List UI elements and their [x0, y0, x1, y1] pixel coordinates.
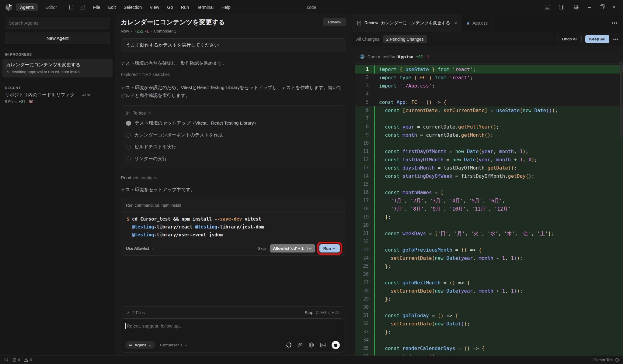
new-agent-button[interactable]: New Agent: [5, 32, 110, 44]
search-agents-input[interactable]: Search Agents: [5, 17, 110, 29]
toggle-panel-icon[interactable]: [80, 5, 85, 9]
skip-button[interactable]: Skip: [258, 246, 266, 251]
toggle-sidebar-icon[interactable]: [68, 5, 73, 9]
problems-errors[interactable]: 0: [12, 358, 20, 362]
code-line[interactable]: 35 const renderCalendarDays = () => {: [355, 344, 623, 352]
code-line[interactable]: 17 '1月', '2月', '3月', '4月', '5月', '6月',: [355, 197, 623, 205]
code-line[interactable]: 34: [355, 336, 623, 344]
menu-file[interactable]: File: [89, 4, 104, 11]
cursor-tab-toggle[interactable]: Cursor Tab: [593, 358, 619, 362]
more-actions-icon[interactable]: •••: [613, 36, 619, 42]
code-line[interactable]: 9 const month = currentDate.getMonth();: [355, 131, 623, 139]
code-line[interactable]: 27 const goToNextMonth = () => {: [355, 279, 623, 287]
todos-header[interactable]: To-dos 4: [126, 109, 341, 117]
tab-agents[interactable]: Agents: [16, 3, 38, 11]
code-line[interactable]: 29 };: [355, 295, 623, 303]
code-line[interactable]: 20: [355, 221, 623, 229]
code-line[interactable]: 21 const weekDays = ['日', '月', '火', '水',…: [355, 229, 623, 238]
stop-generation-button[interactable]: [332, 341, 340, 349]
menu-edit[interactable]: Edit: [104, 4, 120, 11]
use-allowlist-dropdown[interactable]: Use Allowlist ⌄: [126, 246, 154, 251]
code-line[interactable]: 36 const days = [];: [355, 352, 623, 355]
code-line[interactable]: 16 const monthNames = [: [355, 188, 623, 197]
restore-window-icon[interactable]: [600, 5, 604, 9]
code-line[interactable]: 22: [355, 238, 623, 246]
minimize-icon[interactable]: –: [588, 4, 591, 10]
problems-warnings[interactable]: 0: [24, 358, 32, 362]
code-line[interactable]: 6 const [currentDate, setCurrentDate] = …: [355, 106, 623, 115]
code-line[interactable]: 4: [355, 90, 623, 98]
review-button[interactable]: Review: [323, 18, 346, 26]
recent-agent-item[interactable]: リポジトリ内のコードをリファク… 41m 5 Files +31 -90: [5, 92, 110, 104]
tab-overflow-menu-icon[interactable]: •••: [611, 20, 618, 26]
line-number: 6: [355, 106, 374, 115]
undo-all-button[interactable]: Undo All: [558, 35, 581, 43]
todo-item[interactable]: ビルドテストを実行: [126, 141, 341, 153]
code-line[interactable]: 31 const goToToday = () => {: [355, 311, 623, 320]
layout-panel-bottom-icon[interactable]: [545, 5, 550, 9]
menu-view[interactable]: View: [146, 4, 163, 11]
code-line[interactable]: 5const App: FC = () => {: [355, 98, 623, 106]
code-line[interactable]: 11 const firstDayOfMonth = new Date(year…: [355, 147, 623, 156]
code-line[interactable]: 2import type { FC } from 'react';: [355, 74, 623, 82]
code-line[interactable]: 30: [355, 303, 623, 311]
code-line[interactable]: 13 const daysInMonth = lastDayOfMonth.ge…: [355, 164, 623, 172]
run-button[interactable]: Run ↵: [319, 244, 340, 252]
code-diff-lines[interactable]: 1import { useState } from 'react';2impor…: [355, 64, 623, 355]
read-file-line[interactable]: Read vite.config.ts: [121, 175, 346, 180]
todo-item[interactable]: →テスト環境のセットアップ（Vitest、React Testing Libra…: [126, 117, 341, 129]
code-line[interactable]: 28 setCurrentDate(new Date(year, month +…: [355, 287, 623, 295]
code-line[interactable]: 3import './App.css';: [355, 82, 623, 90]
code-line[interactable]: 23 const goToPreviousMonth = () => {: [355, 246, 623, 254]
keep-all-button[interactable]: Keep All: [585, 35, 610, 43]
all-changes-tab[interactable]: All Changes: [356, 37, 379, 42]
remote-indicator-icon[interactable]: [4, 358, 9, 362]
menu-run[interactable]: Run: [177, 4, 193, 11]
settings-gear-icon[interactable]: [573, 5, 579, 10]
code-line[interactable]: 14 const startingDayOfWeek = firstDayOfM…: [355, 172, 623, 180]
code-line[interactable]: 33 };: [355, 328, 623, 336]
code-line[interactable]: 26: [355, 270, 623, 279]
tab-appcss[interactable]: # App.css: [462, 14, 493, 32]
code-line[interactable]: 15: [355, 180, 623, 188]
code-line[interactable]: 19 ];: [355, 213, 623, 221]
in-progress-agent-item[interactable]: カレンダーにコンテンツを変更する ✳ Awaiting approval to …: [2, 59, 113, 77]
followup-input[interactable]: Reject, suggest, follow up... ∞ Agent ⌄ …: [121, 318, 344, 352]
menu-terminal[interactable]: Terminal: [193, 4, 218, 11]
code-line[interactable]: 25 };: [355, 262, 623, 270]
stop-button[interactable]: Stop Ctrl+Shift+⌫: [305, 310, 339, 315]
layout-panel-right-icon[interactable]: [559, 5, 564, 9]
code-line[interactable]: 18 '7月', '8月', '9月', '10月', '11月', '12月': [355, 205, 623, 213]
tab-editor[interactable]: Editor: [41, 3, 61, 11]
explored-summary[interactable]: Explored 1 file 2 searches: [121, 72, 346, 77]
code-line[interactable]: 12 const lastDayOfMonth = new Date(year,…: [355, 156, 623, 164]
tab-review[interactable]: Review: カレンダーにコンテンツを変更する ×: [352, 14, 462, 32]
agent-mode-dropdown[interactable]: ∞ Agent ⌄: [125, 341, 155, 349]
todo-item[interactable]: カレンダーコンポーネントのテストを作成: [126, 129, 341, 141]
file-diff-header[interactable]: Cursor_test/src/App.tsx +82 -1: [355, 50, 623, 64]
code-line[interactable]: 1import { useState } from 'react';: [355, 65, 623, 74]
attach-image-icon[interactable]: [320, 342, 326, 348]
line-number: 30: [355, 303, 374, 311]
web-globe-icon[interactable]: [308, 342, 314, 348]
menu-selection[interactable]: Selection: [120, 4, 146, 11]
context-usage-icon[interactable]: [286, 342, 292, 348]
todo-in-progress-icon: →: [126, 121, 131, 126]
code-line[interactable]: 24 setCurrentDate(new Date(year, month -…: [355, 254, 623, 262]
scrollbar-thumb[interactable]: [620, 61, 622, 137]
close-tab-icon[interactable]: ×: [454, 21, 457, 26]
code-line[interactable]: 7: [355, 115, 623, 123]
todo-item[interactable]: リンターの実行: [126, 153, 341, 165]
agent-mode-label: Agent: [134, 343, 146, 347]
composer-dropdown[interactable]: Composer 1 ⌄: [160, 343, 188, 347]
code-line[interactable]: 10: [355, 139, 623, 147]
code-line[interactable]: 32 setCurrentDate(new Date());: [355, 320, 623, 328]
menu-help[interactable]: Help: [218, 4, 235, 11]
mention-icon[interactable]: @: [298, 342, 303, 348]
changed-files-bar[interactable]: ↗ 2 Files Stop Ctrl+Shift+⌫: [121, 306, 344, 318]
pending-changes-tab[interactable]: 2 Pending Changes: [383, 35, 427, 43]
menu-go[interactable]: Go: [163, 4, 177, 11]
allowlist-button[interactable]: Allowlist 'cd' + 1 ⇧↵: [270, 244, 315, 252]
code-line[interactable]: 8 const year = currentDate.getFullYear()…: [355, 123, 623, 131]
close-window-icon[interactable]: ×: [613, 4, 616, 10]
